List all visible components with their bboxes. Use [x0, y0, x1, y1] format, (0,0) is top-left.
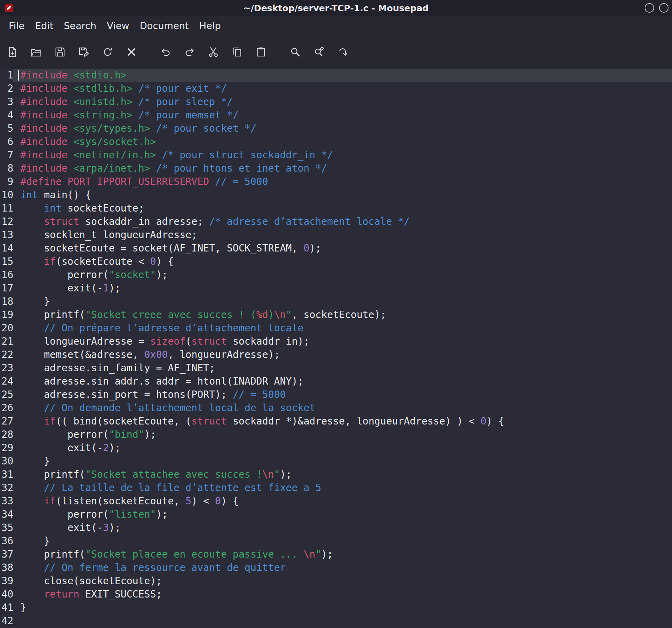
code-line-17[interactable]: 17 exit(-1);	[0, 282, 672, 295]
code-text: exit(-2);	[13, 441, 672, 455]
code-line-3[interactable]: 3#include <unistd.h> /* pour sleep */	[0, 95, 672, 109]
code-text: if(socketEcoute < 0) {	[13, 255, 672, 268]
code-line-32[interactable]: 32 // La taille de la file d’attente est…	[0, 481, 672, 495]
undo-button[interactable]	[159, 45, 172, 58]
code-line-6[interactable]: 6#include <sys/socket.h>	[0, 135, 672, 149]
code-line-15[interactable]: 15 if(socketEcoute < 0) {	[0, 255, 672, 268]
code-line-25[interactable]: 25 adresse.sin_port = htons(PORT); // = …	[0, 388, 672, 401]
code-line-1[interactable]: 1#include <stdio.h>	[0, 69, 672, 82]
menu-help[interactable]: Help	[194, 19, 226, 33]
paste-icon	[255, 46, 267, 58]
code-line-28[interactable]: 28 perror("bind");	[0, 428, 672, 441]
line-number: 10	[0, 188, 13, 202]
code-line-2[interactable]: 2#include <stdlib.h> /* pour exit */	[0, 82, 672, 95]
code-line-4[interactable]: 4#include <string.h> /* pour memset */	[0, 109, 672, 122]
line-number: 26	[0, 401, 13, 415]
code-text: #include <sys/socket.h>	[13, 135, 672, 149]
minimize-button[interactable]	[645, 3, 654, 13]
titlebar[interactable]: ~/Desktop/server-TCP-1.c - Mousepad	[0, 0, 672, 16]
code-line-13[interactable]: 13 socklen_t longueurAdresse;	[0, 228, 672, 242]
line-number: 7	[0, 149, 13, 162]
code-line-36[interactable]: 36 }	[0, 534, 672, 548]
code-line-9[interactable]: 9#define PORT IPPORT_USERRESERVED // = 5…	[0, 175, 672, 188]
menu-edit[interactable]: Edit	[30, 19, 58, 33]
line-number: 41	[0, 601, 13, 614]
code-line-37[interactable]: 37 printf("Socket placee en ecoute passi…	[0, 548, 672, 561]
code-text: memset(&adresse, 0x00, longueurAdresse);	[13, 348, 672, 361]
line-number: 3	[0, 95, 13, 109]
code-line-5[interactable]: 5#include <sys/types.h> /* pour socket *…	[0, 122, 672, 135]
code-text: #include <sys/types.h> /* pour socket */	[13, 122, 672, 135]
redo-button[interactable]	[183, 45, 196, 58]
window-controls	[645, 3, 668, 13]
code-text: adresse.sin_port = htons(PORT); // = 500…	[13, 388, 672, 401]
save-as-button[interactable]	[77, 45, 90, 58]
copy-icon	[231, 46, 243, 58]
jump-to-button[interactable]	[336, 45, 349, 58]
mousepad-window: ~/Desktop/server-TCP-1.c - Mousepad File…	[0, 0, 672, 628]
line-number: 1	[0, 69, 13, 82]
line-number: 11	[0, 202, 13, 215]
line-number: 20	[0, 322, 13, 335]
code-line-38[interactable]: 38 // On ferme la ressource avant de qui…	[0, 561, 672, 574]
new-document-button[interactable]	[6, 45, 19, 58]
code-line-19[interactable]: 19 printf("Socket creee avec succes ! (%…	[0, 308, 672, 322]
code-line-23[interactable]: 23 adresse.sin_family = AF_INET;	[0, 361, 672, 375]
cut-icon	[208, 46, 219, 58]
code-line-34[interactable]: 34 perror("listen");	[0, 508, 672, 521]
code-text: // La taille de la file d’attente est fi…	[13, 481, 672, 495]
code-area[interactable]: 1#include <stdio.h>2#include <stdlib.h> …	[0, 69, 672, 628]
copy-button[interactable]	[230, 45, 244, 58]
cut-button[interactable]	[206, 45, 220, 58]
open-document-button[interactable]	[29, 45, 43, 58]
code-text	[13, 614, 672, 628]
line-number: 8	[0, 162, 13, 175]
code-text: printf("Socket attachee avec succes !\n"…	[13, 468, 672, 481]
code-line-18[interactable]: 18 }	[0, 295, 672, 308]
line-number: 32	[0, 481, 13, 495]
code-line-21[interactable]: 21 longueurAdresse = sizeof(struct socka…	[0, 335, 672, 348]
code-line-30[interactable]: 30 }	[0, 455, 672, 468]
code-line-10[interactable]: 10int main() {	[0, 188, 672, 202]
menu-view[interactable]: View	[102, 19, 134, 33]
code-line-33[interactable]: 33 if(listen(socketEcoute, 5) < 0) {	[0, 495, 672, 508]
code-line-41[interactable]: 41}	[0, 601, 672, 614]
reload-document-button[interactable]	[101, 45, 114, 58]
line-number: 15	[0, 255, 13, 268]
code-line-12[interactable]: 12 struct sockaddr_in adresse; /* adress…	[0, 215, 672, 228]
paste-button[interactable]	[254, 45, 267, 58]
code-line-24[interactable]: 24 adresse.sin_addr.s_addr = htonl(INADD…	[0, 375, 672, 388]
code-text: }	[13, 455, 672, 468]
code-text: printf("Socket creee avec succes ! (%d)\…	[13, 308, 672, 322]
code-line-29[interactable]: 29 exit(-2);	[0, 441, 672, 455]
code-line-42[interactable]: 42	[0, 614, 672, 628]
code-line-22[interactable]: 22 memset(&adresse, 0x00, longueurAdress…	[0, 348, 672, 361]
code-line-27[interactable]: 27 if(( bind(socketEcoute, (struct socka…	[0, 415, 672, 428]
code-line-16[interactable]: 16 perror("socket");	[0, 268, 672, 282]
line-number: 9	[0, 175, 13, 188]
find-button[interactable]	[288, 45, 302, 58]
code-text: #include <netinet/in.h> /* pour struct s…	[13, 149, 672, 162]
code-line-31[interactable]: 31 printf("Socket attachee avec succes !…	[0, 468, 672, 481]
close-button[interactable]	[659, 3, 668, 13]
code-line-26[interactable]: 26 // On demande l’attachement local de …	[0, 401, 672, 415]
menu-search[interactable]: Search	[58, 19, 102, 33]
code-text: // On prépare l’adresse d’attachement lo…	[13, 322, 672, 335]
code-line-20[interactable]: 20 // On prépare l’adresse d’attachement…	[0, 322, 672, 335]
code-line-11[interactable]: 11 int socketEcoute;	[0, 202, 672, 215]
code-line-39[interactable]: 39 close(socketEcoute);	[0, 574, 672, 588]
code-line-40[interactable]: 40 return EXIT_SUCCESS;	[0, 588, 672, 601]
code-text: #include <stdlib.h> /* pour exit */	[13, 82, 672, 95]
find-replace-button[interactable]	[312, 45, 326, 58]
code-line-8[interactable]: 8#include <arpa/inet.h> /* pour htons et…	[0, 162, 672, 175]
code-line-14[interactable]: 14 socketEcoute = socket(AF_INET, SOCK_S…	[0, 242, 672, 255]
code-text: #define PORT IPPORT_USERRESERVED // = 50…	[13, 175, 672, 188]
save-document-button[interactable]	[53, 45, 66, 58]
menu-file[interactable]: File	[4, 19, 30, 33]
code-line-7[interactable]: 7#include <netinet/in.h> /* pour struct …	[0, 149, 672, 162]
close-document-button[interactable]	[125, 45, 138, 58]
code-line-35[interactable]: 35 exit(-3);	[0, 521, 672, 534]
menu-document[interactable]: Document	[134, 19, 194, 33]
code-text: if(( bind(socketEcoute, (struct sockaddr…	[13, 415, 672, 428]
window-title: ~/Desktop/server-TCP-1.c - Mousepad	[0, 3, 672, 13]
